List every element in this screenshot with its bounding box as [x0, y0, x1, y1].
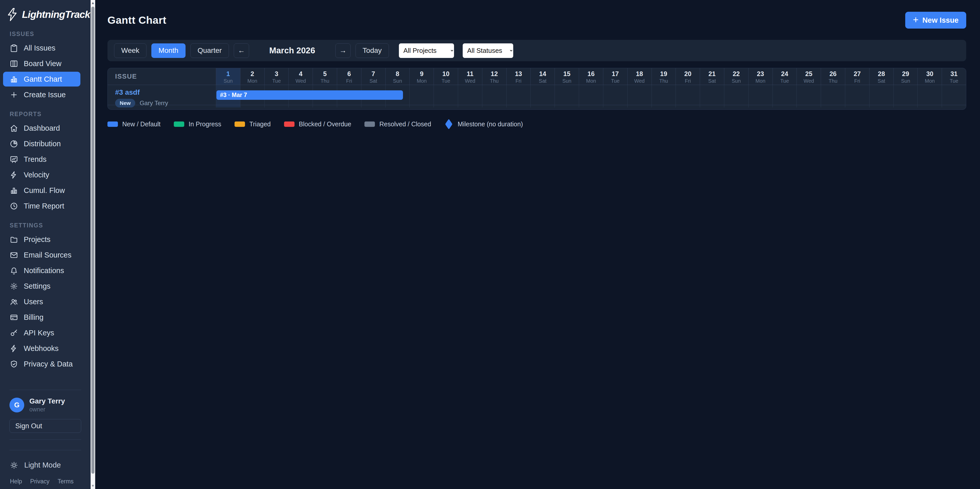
- issue-cell: #3 asdf New Gary Terry: [108, 85, 216, 107]
- day-column-header-24: 24Tue: [773, 68, 797, 85]
- shield-icon: [10, 360, 18, 368]
- sign-out-button[interactable]: Sign Out: [10, 419, 81, 433]
- view-switcher: WeekMonthQuarter: [114, 43, 229, 58]
- legend-item-resolved-closed: Resolved / Closed: [364, 121, 431, 128]
- sidebar-item-create-issue[interactable]: Create Issue: [3, 87, 80, 102]
- terms-link[interactable]: Terms: [58, 478, 74, 485]
- sidebar-item-label: Cumul. Flow: [24, 186, 65, 195]
- sidebar-item-label: API Keys: [24, 329, 54, 337]
- day-column-header-13: 13Fri: [506, 68, 531, 85]
- sidebar-item-email-sources[interactable]: Email Sources: [3, 248, 80, 262]
- day-cell-21: [700, 85, 724, 107]
- page-header: Gantt Chart + New Issue: [107, 10, 966, 30]
- new-issue-button[interactable]: + New Issue: [905, 12, 966, 29]
- gantt-issue-row: #3 asdf New Gary Terry #3 · Mar 7: [108, 85, 966, 105]
- gantt-panel: ISSUE 1Sun2Mon3Tue4Wed5Thu6Fri7Sat8Sun9M…: [107, 68, 966, 110]
- sidebar-item-privacy-data[interactable]: Privacy & Data: [3, 357, 80, 371]
- sidebar-item-velocity[interactable]: Velocity: [3, 167, 80, 182]
- day-column-header-28: 28Sat: [869, 68, 894, 85]
- home-icon: [10, 124, 18, 132]
- day-column-header-1: 1Sun: [216, 68, 240, 85]
- sidebar-item-api-keys[interactable]: API Keys: [3, 325, 80, 340]
- sidebar-item-notifications[interactable]: Notifications: [3, 263, 80, 278]
- day-column-header-19: 19Thu: [652, 68, 676, 85]
- view-month-button[interactable]: Month: [151, 43, 186, 58]
- sidebar-item-billing[interactable]: Billing: [3, 310, 80, 325]
- sidebar-item-time-report[interactable]: Time Report: [3, 199, 80, 213]
- plus-icon: [10, 91, 18, 99]
- sidebar-item-label: Distribution: [24, 140, 61, 148]
- sidebar-item-label: Board View: [24, 59, 62, 68]
- page-title: Gantt Chart: [107, 14, 166, 26]
- milestone-diamond-icon: [445, 119, 452, 130]
- view-quarter-button[interactable]: Quarter: [190, 43, 229, 58]
- gantt-legend: New / DefaultIn ProgressTriagedBlocked /…: [107, 121, 966, 128]
- day-cell-20: [676, 85, 700, 107]
- day-column-header-5: 5Thu: [313, 68, 337, 85]
- sidebar-item-label: Webhooks: [24, 344, 59, 353]
- day-cell-13: [506, 85, 531, 107]
- day-column-header-27: 27Fri: [845, 68, 869, 85]
- bars-icon: [10, 186, 18, 195]
- day-cell-15: [555, 85, 579, 107]
- privacy-link[interactable]: Privacy: [30, 478, 49, 485]
- help-link[interactable]: Help: [10, 478, 22, 485]
- sidebar-item-dashboard[interactable]: Dashboard: [3, 121, 80, 135]
- avatar: G: [10, 398, 24, 413]
- day-column-header-9: 9Mon: [409, 68, 434, 85]
- sidebar-item-label: Billing: [24, 313, 43, 322]
- sidebar-item-webhooks[interactable]: Webhooks: [3, 341, 80, 356]
- legend-label: In Progress: [189, 121, 221, 128]
- day-column-header-8: 8Sun: [385, 68, 410, 85]
- gantt-bar[interactable]: #3 · Mar 7: [216, 90, 403, 100]
- legend-label: Blocked / Overdue: [299, 121, 352, 128]
- status-filter-select[interactable]: All Statuses: [463, 43, 513, 58]
- day-cell-19: [652, 85, 676, 107]
- sidebar-nav: ISSUESAll IssuesBoard ViewGantt ChartCre…: [0, 22, 91, 372]
- view-week-button[interactable]: Week: [114, 43, 146, 58]
- sidebar-scrollbar[interactable]: ▲ ▼: [91, 0, 95, 489]
- legend-label: Triaged: [249, 121, 271, 128]
- clipboard-icon: [10, 44, 18, 52]
- day-column-header-18: 18Wed: [627, 68, 652, 85]
- day-column-header-20: 20Fri: [676, 68, 700, 85]
- next-month-button[interactable]: →: [335, 43, 351, 58]
- gantt-chart-area: #3 · Mar 7: [216, 85, 966, 107]
- sidebar-item-label: All Issues: [24, 44, 56, 52]
- sidebar-item-trends[interactable]: Trends: [3, 152, 80, 167]
- sidebar-item-users[interactable]: Users: [3, 294, 80, 309]
- sidebar-item-label: Email Sources: [24, 251, 72, 259]
- gear-icon: [10, 282, 18, 290]
- day-cell-10: [434, 85, 458, 107]
- sidebar-item-cumul-flow[interactable]: Cumul. Flow: [3, 183, 80, 198]
- sidebar-item-label: Create Issue: [24, 91, 65, 99]
- sidebar-item-gantt-chart[interactable]: Gantt Chart: [3, 72, 80, 86]
- scrollbar-down-arrow[interactable]: ▼: [91, 484, 95, 487]
- legend-label: New / Default: [122, 121, 161, 128]
- user-name: Gary Terry: [29, 397, 65, 405]
- project-filter-select[interactable]: All Projects: [399, 43, 454, 58]
- prev-month-button[interactable]: ←: [234, 43, 249, 58]
- sidebar-item-settings[interactable]: Settings: [3, 279, 80, 293]
- sidebar-item-projects[interactable]: Projects: [3, 232, 80, 247]
- today-button[interactable]: Today: [355, 43, 389, 58]
- day-cell-30: [918, 85, 942, 107]
- sidebar-item-label: Projects: [24, 235, 51, 244]
- day-column-header-3: 3Tue: [264, 68, 289, 85]
- key-icon: [10, 329, 18, 337]
- theme-toggle[interactable]: Light Mode: [10, 461, 85, 469]
- sidebar-item-label: Privacy & Data: [24, 360, 73, 368]
- issue-link[interactable]: #3 asdf: [115, 88, 140, 96]
- day-column-header-7: 7Sat: [361, 68, 385, 85]
- scrollbar-thumb[interactable]: [91, 6, 94, 474]
- scrollbar-up-arrow[interactable]: ▲: [91, 1, 95, 5]
- day-cell-22: [724, 85, 748, 107]
- day-column-header-12: 12Thu: [482, 68, 506, 85]
- sidebar-item-distribution[interactable]: Distribution: [3, 136, 80, 151]
- day-cell-16: [579, 85, 603, 107]
- footer-links: Help Privacy Terms: [10, 478, 85, 485]
- sidebar-item-all-issues[interactable]: All Issues: [3, 41, 80, 56]
- brand-name: LightningTrack: [22, 9, 90, 20]
- sidebar-item-board-view[interactable]: Board View: [3, 56, 80, 71]
- day-cell-26: [821, 85, 845, 107]
